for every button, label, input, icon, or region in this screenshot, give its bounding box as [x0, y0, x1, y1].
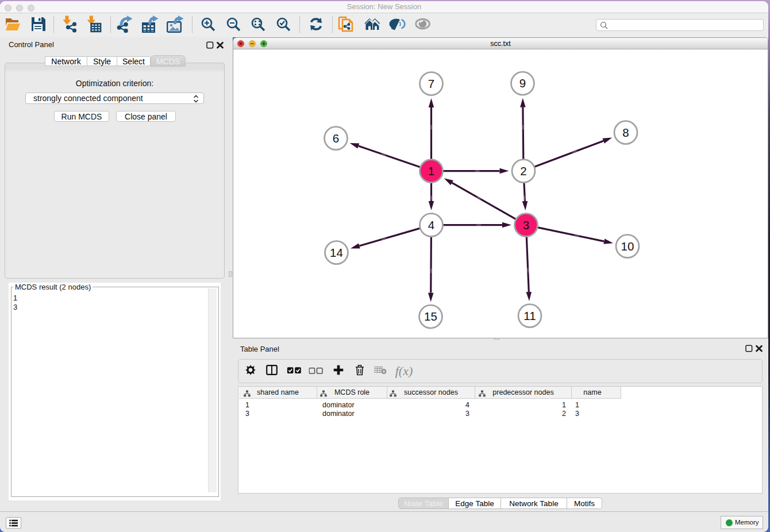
- svg-text:8: 8: [622, 126, 629, 139]
- svg-text:4: 4: [428, 218, 434, 232]
- svg-text:6: 6: [333, 132, 339, 145]
- svg-text:9: 9: [519, 76, 526, 90]
- svg-text:14: 14: [330, 246, 343, 259]
- svg-text:7: 7: [428, 77, 434, 90]
- svg-text:11: 11: [523, 309, 536, 322]
- svg-text:1: 1: [428, 164, 434, 178]
- svg-text:2: 2: [520, 164, 526, 178]
- svg-text:15: 15: [424, 310, 437, 323]
- svg-text:3: 3: [523, 218, 529, 232]
- svg-text:10: 10: [621, 240, 634, 253]
